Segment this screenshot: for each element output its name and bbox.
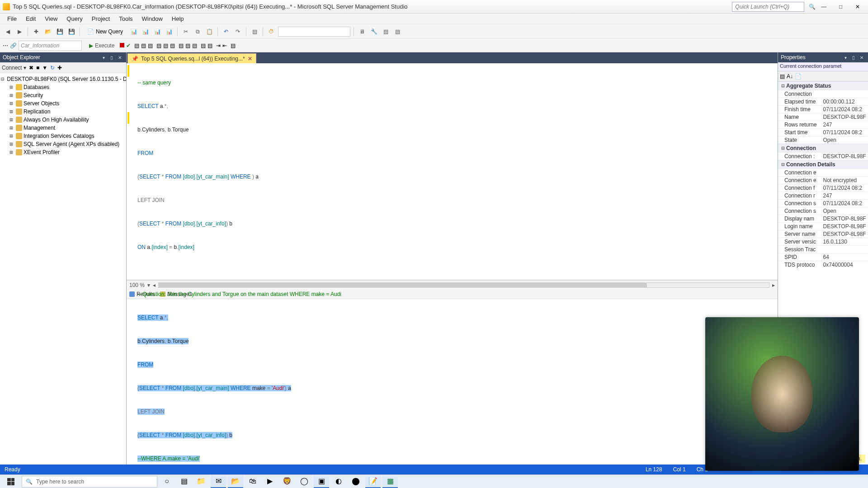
registered-servers-icon[interactable]: 🖥: [357, 27, 367, 37]
paste-button[interactable]: 📋: [204, 27, 214, 37]
close-button[interactable]: ✕: [850, 2, 865, 12]
cortana-icon[interactable]: ○: [159, 475, 175, 488]
app-icon[interactable]: ▣: [314, 475, 329, 488]
mdx-query-icon[interactable]: 📊: [152, 27, 162, 37]
redo-button[interactable]: ↷: [233, 27, 243, 37]
tree-management[interactable]: ⊞Management: [1, 124, 125, 132]
outdent-icon[interactable]: ⇤: [222, 42, 227, 49]
start-button[interactable]: [2, 475, 20, 488]
parse-button[interactable]: ✔: [126, 42, 131, 49]
undo-button[interactable]: ↶: [221, 27, 231, 37]
change-conn-icon[interactable]: 🔗: [10, 42, 17, 49]
editor-content[interactable]: -- same query SELECT a.*, b.Cylinders, b…: [127, 63, 778, 488]
indent-icon[interactable]: ⇥: [216, 42, 221, 49]
oe-disconnect-icon[interactable]: ✖: [29, 65, 33, 71]
find-combo[interactable]: [278, 27, 350, 37]
sql-editor[interactable]: -- same query SELECT a.*, b.Cylinders, b…: [127, 63, 778, 280]
results-grid-icon[interactable]: ▤: [185, 42, 190, 49]
oe-stop-icon[interactable]: ■: [36, 65, 39, 71]
results-file-icon[interactable]: ▤: [192, 42, 197, 49]
cut-button[interactable]: ✂: [181, 27, 191, 37]
object-explorer-tree[interactable]: ⊟ DESKTOP-8L98FK0 (SQL Server 16.0.1130.…: [0, 73, 126, 474]
comment-icon[interactable]: ▤: [201, 42, 206, 49]
execute-button[interactable]: ▶ Execute: [85, 41, 118, 51]
new-file-button[interactable]: ✚: [31, 27, 41, 37]
menu-query[interactable]: Query: [62, 15, 87, 22]
expand-icon[interactable]: ⊞: [8, 133, 14, 139]
tree-isc[interactable]: ⊞Integration Services Catalogs: [1, 132, 125, 140]
obs-icon[interactable]: ⬤: [348, 475, 363, 488]
tool-a-icon[interactable]: 🔧: [369, 27, 379, 37]
explorer-icon[interactable]: 📁: [193, 475, 209, 488]
new-query-button[interactable]: 📄 New Query: [83, 27, 127, 37]
open-file-button[interactable]: 📂: [43, 27, 53, 37]
tree-server-node[interactable]: ⊟ DESKTOP-8L98FK0 (SQL Server 16.0.1130.…: [1, 75, 125, 83]
search-icon[interactable]: 🔍: [808, 4, 816, 10]
app2-icon[interactable]: ◐: [331, 475, 346, 488]
minimize-button[interactable]: —: [816, 2, 831, 12]
tree-server-objects[interactable]: ⊞Server Objects: [1, 99, 125, 108]
excel-icon[interactable]: ▦: [382, 475, 398, 488]
estimated-plan-icon[interactable]: ▤: [134, 42, 139, 49]
maximize-button[interactable]: □: [833, 2, 849, 12]
media-icon[interactable]: ▶: [262, 475, 278, 488]
cancel-query-button[interactable]: [120, 42, 124, 49]
expand-icon[interactable]: ⊞: [8, 149, 14, 155]
chrome-icon[interactable]: ◯: [297, 475, 312, 488]
document-tab-active[interactable]: 📌 Top 5 SQL Queries.sq...l (64)) Executi…: [127, 53, 256, 63]
scroll-thumb[interactable]: [159, 283, 647, 287]
solution-button[interactable]: ▤: [250, 27, 259, 37]
use-db-icon[interactable]: ⋯: [3, 42, 8, 49]
folder-icon[interactable]: 📂: [228, 475, 243, 488]
nav-fwd-button[interactable]: ▶: [14, 27, 24, 37]
specify-values-icon[interactable]: ▤: [231, 42, 236, 49]
horizontal-scrollbar[interactable]: [158, 282, 769, 288]
copy-button[interactable]: ⧉: [193, 27, 203, 37]
oe-filter-icon[interactable]: ▼: [42, 65, 47, 71]
dmx-query-icon[interactable]: 📊: [164, 27, 174, 37]
tree-security[interactable]: ⊞Security: [1, 91, 125, 99]
expand-icon[interactable]: ⊞: [8, 125, 14, 131]
expand-icon[interactable]: ⊞: [8, 100, 14, 107]
oe-dropdown-icon[interactable]: ▾: [100, 54, 107, 61]
query-options-icon[interactable]: ▤: [141, 42, 146, 49]
tree-replication[interactable]: ⊞Replication: [1, 108, 125, 116]
tree-aoha[interactable]: ⊞Always On High Availability: [1, 116, 125, 124]
menu-window[interactable]: Window: [137, 15, 167, 22]
connect-button[interactable]: Connect ▾: [2, 65, 26, 71]
expand-icon[interactable]: ⊞: [8, 117, 14, 123]
oe-pin-icon[interactable]: ▯: [108, 54, 115, 61]
menu-file[interactable]: File: [3, 15, 21, 22]
oe-plus-icon[interactable]: ✚: [57, 65, 62, 71]
db-engine-query-icon[interactable]: 📊: [129, 27, 139, 37]
pin-icon[interactable]: 📌: [132, 56, 138, 62]
oe-close-icon[interactable]: ✕: [116, 54, 123, 61]
tree-xevent[interactable]: ⊞XEvent Profiler: [1, 148, 125, 156]
activity-monitor-icon[interactable]: ⏱: [266, 27, 276, 37]
include-plan-icon[interactable]: ▤: [156, 42, 161, 49]
menu-edit[interactable]: Edit: [21, 15, 40, 22]
notes-icon[interactable]: 📝: [365, 475, 381, 488]
prop-close-icon[interactable]: ✕: [858, 54, 865, 61]
categorized-icon[interactable]: ▤: [780, 73, 785, 80]
prop-pages-icon[interactable]: 📄: [795, 73, 802, 80]
prop-dropdown-icon[interactable]: ▾: [842, 54, 849, 61]
mail-icon[interactable]: ✉: [211, 475, 226, 488]
menu-help[interactable]: Help: [167, 15, 189, 22]
alphabetical-icon[interactable]: A↓: [787, 73, 793, 80]
tool-b-icon[interactable]: ▤: [381, 27, 391, 37]
task-view-icon[interactable]: ▤: [176, 475, 192, 488]
expand-icon[interactable]: ⊞: [8, 92, 14, 99]
tree-agent[interactable]: ⊞SQL Server Agent (Agent XPs disabled): [1, 140, 125, 148]
store-icon[interactable]: 🛍: [245, 475, 260, 488]
oe-refresh-icon[interactable]: ↻: [50, 65, 55, 71]
prop-pin-icon[interactable]: ▯: [850, 54, 857, 61]
prop-cat-aggregate[interactable]: ⊟Aggregate Status: [778, 81, 868, 90]
menu-view[interactable]: View: [40, 15, 62, 22]
analysis-query-icon[interactable]: 📊: [141, 27, 151, 37]
collapse-icon[interactable]: ⊟: [1, 76, 4, 82]
menu-project[interactable]: Project: [87, 15, 114, 22]
prop-cat-connection-details[interactable]: ⊟Connection Details: [778, 160, 868, 169]
uncomment-icon[interactable]: ▤: [208, 42, 212, 49]
expand-icon[interactable]: ⊞: [8, 108, 14, 115]
